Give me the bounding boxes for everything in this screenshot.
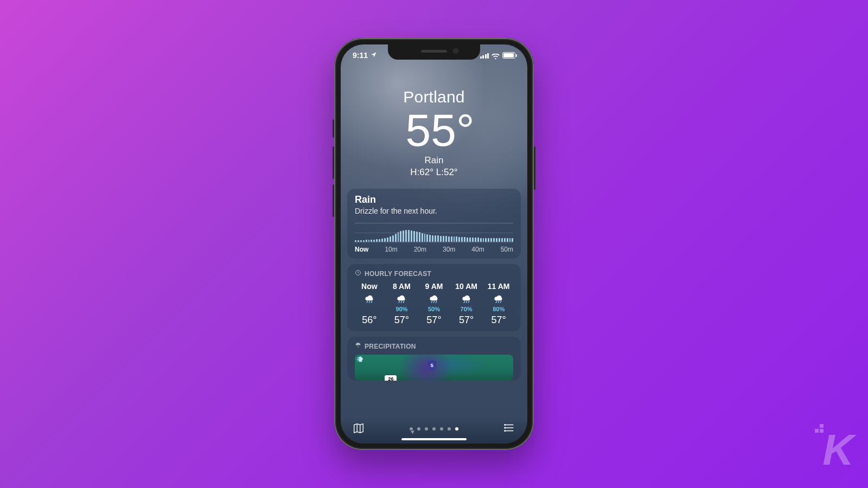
svg-line-4: [399, 301, 400, 303]
svg-line-1: [367, 301, 367, 303]
rain-bar: [376, 239, 378, 242]
svg-line-8: [433, 301, 434, 303]
wind-icon: 💨: [356, 356, 363, 362]
rain-axis-tick: 50m: [501, 246, 513, 253]
rain-bar: [366, 240, 367, 242]
hour-temp: 57°: [459, 314, 474, 326]
rain-bar: [456, 236, 457, 242]
rain-cloud-icon: [395, 293, 407, 304]
rain-bar: [392, 235, 394, 242]
svg-line-11: [466, 301, 467, 303]
svg-line-3: [371, 301, 372, 303]
rain-bar: [371, 240, 372, 242]
rain-bar: [469, 237, 471, 242]
svg-point-17: [505, 427, 506, 428]
status-time: 9:11: [353, 51, 368, 60]
rain-bar: [443, 236, 444, 242]
rain-intensity-chart: [355, 223, 513, 242]
rain-bar: [384, 238, 386, 242]
rain-bar: [435, 235, 436, 242]
rain-bar: [467, 237, 468, 242]
pager-dot[interactable]: [417, 427, 420, 431]
rain-bar: [373, 240, 375, 242]
rain-bar: [485, 238, 487, 242]
location-services-icon: [371, 51, 377, 60]
map-button[interactable]: [353, 422, 365, 436]
hourly-forecast-card[interactable]: HOURLY FORECAST Now56°8 AM90%57°9 AM50%5…: [347, 264, 521, 331]
rain-bar: [363, 240, 365, 242]
city-name: Portland: [346, 88, 522, 106]
wifi-icon: [492, 53, 500, 59]
rain-bar: [477, 237, 479, 242]
rain-bar: [400, 231, 401, 242]
rain-bar: [445, 236, 447, 242]
pager-location-icon[interactable]: [410, 427, 413, 431]
rain-bar: [451, 236, 452, 242]
rain-bar: [458, 237, 460, 242]
rain-bar: [424, 234, 426, 242]
pager-dot[interactable]: [440, 427, 443, 431]
pager-dot[interactable]: [455, 427, 458, 431]
rain-card-title: Rain: [355, 194, 513, 206]
phone-screen: 9:11 Portland 55° Rain H:62° L:52°: [341, 44, 527, 444]
next-hour-rain-card[interactable]: Rain Drizzle for the next hour. Now10m20…: [347, 189, 521, 259]
hour-time: 10 AM: [455, 282, 477, 291]
precipitation-card[interactable]: PRECIPITATION 💨 5 26: [347, 337, 521, 381]
rain-bar: [358, 240, 359, 242]
rain-bar: [355, 240, 356, 242]
rain-bar: [475, 237, 476, 242]
rain-bar: [432, 235, 433, 242]
clock-icon: [355, 269, 361, 278]
hour-precip-pct: 90%: [395, 306, 407, 312]
weather-content[interactable]: Portland 55° Rain H:62° L:52° Rain Drizz…: [341, 44, 527, 444]
hourly-item: 10 AM70%57°: [452, 282, 481, 326]
hour-precip-pct: 80%: [493, 306, 505, 312]
rain-bar: [490, 238, 492, 242]
hi-lo: H:62° L:52°: [346, 167, 522, 178]
rain-bar: [368, 240, 370, 242]
hour-time: 8 AM: [393, 282, 411, 291]
cellular-signal-icon: [480, 53, 489, 59]
umbrella-icon: [355, 342, 361, 350]
rain-cloud-icon: [428, 293, 440, 304]
pager-dot[interactable]: [425, 427, 428, 431]
hero-section: Portland 55° Rain H:62° L:52°: [341, 66, 527, 189]
rain-bar: [512, 238, 513, 242]
svg-line-14: [498, 301, 499, 303]
rain-bar: [413, 231, 415, 242]
rain-card-subtitle: Drizzle for the next hour.: [355, 207, 513, 215]
hourly-item: Now56°: [355, 282, 384, 326]
rain-bar: [472, 237, 474, 242]
hour-precip-pct: 50%: [428, 306, 440, 312]
rain-bar: [509, 238, 511, 242]
rain-bar: [379, 239, 380, 242]
home-indicator[interactable]: [401, 438, 467, 440]
rain-bar: [411, 230, 412, 242]
rain-cloud-icon: [363, 293, 375, 304]
rain-bar: [499, 238, 500, 242]
rain-bar: [480, 238, 482, 242]
hour-time: 11 AM: [488, 282, 510, 291]
rain-chart-axis: Now10m20m30m40m50m: [355, 246, 513, 253]
rain-cloud-icon: [493, 293, 505, 304]
svg-line-6: [404, 301, 404, 303]
hourly-item: 9 AM50%57°: [419, 282, 449, 326]
page-indicator[interactable]: [410, 427, 458, 431]
rain-bar: [464, 237, 465, 242]
rain-bar: [504, 238, 506, 242]
rain-axis-tick: 20m: [414, 246, 426, 253]
pager-dot[interactable]: [448, 427, 451, 431]
rain-bar: [448, 236, 450, 242]
rain-bar: [437, 235, 439, 242]
rain-bar: [403, 230, 404, 242]
locations-list-button[interactable]: [503, 422, 515, 436]
hour-temp: 57°: [492, 314, 506, 326]
rain-bar: [454, 236, 455, 242]
hourly-item: 11 AM80%57°: [484, 282, 513, 326]
precipitation-header: PRECIPITATION: [365, 343, 416, 350]
svg-line-15: [501, 301, 501, 303]
svg-line-12: [468, 301, 469, 303]
pager-dot[interactable]: [432, 427, 436, 431]
svg-line-10: [464, 301, 464, 303]
precipitation-map[interactable]: 💨 5 26: [355, 355, 513, 381]
